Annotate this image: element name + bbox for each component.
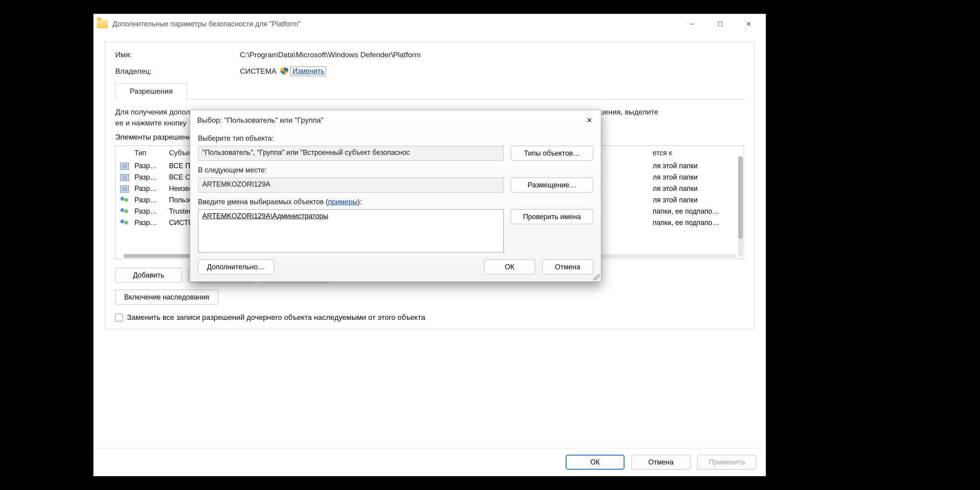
apply-button: Применить bbox=[697, 455, 756, 470]
check-names-button[interactable]: Проверить имена bbox=[511, 209, 593, 224]
dialog-cancel-button[interactable]: Отмена bbox=[542, 260, 593, 274]
ok-button[interactable]: ОК bbox=[566, 455, 624, 470]
vertical-scrollbar[interactable] bbox=[738, 156, 743, 257]
object-names-label: Введите имена выбираемых объектов (приме… bbox=[198, 198, 593, 206]
dialog-close-button[interactable]: ✕ bbox=[584, 115, 595, 126]
titlebar: Дополнительные параметры безопасности дл… bbox=[94, 14, 766, 34]
name-label: Имя: bbox=[115, 51, 240, 59]
window-controls: ─ ☐ ✕ bbox=[678, 15, 762, 33]
object-type-field: "Пользователь", "Группа" или "Встроенный… bbox=[198, 146, 504, 161]
object-types-button[interactable]: Типы объектов… bbox=[511, 146, 593, 161]
col-applies[interactable]: ется к bbox=[653, 149, 739, 157]
user-group-icon bbox=[120, 220, 130, 227]
dialog-title: Выбор: "Пользователь" или "Группа" bbox=[197, 116, 323, 125]
object-type-label: Выберите тип объекта: bbox=[198, 134, 593, 143]
app-package-icon bbox=[120, 174, 129, 181]
advanced-button[interactable]: Дополнительно… bbox=[198, 260, 274, 274]
app-package-icon bbox=[120, 185, 129, 192]
resize-grip-icon[interactable] bbox=[593, 274, 600, 280]
select-user-group-dialog: Выбор: "Пользователь" или "Группа" ✕ Выб… bbox=[190, 110, 601, 282]
name-value: C:\ProgramData\Microsoft\Windows Defende… bbox=[240, 51, 421, 59]
minimize-button[interactable]: ─ bbox=[678, 15, 706, 33]
app-package-icon bbox=[120, 163, 129, 170]
maximize-button[interactable]: ☐ bbox=[706, 15, 734, 33]
examples-link[interactable]: примеры bbox=[328, 198, 358, 206]
owner-value: СИСТЕМА bbox=[240, 67, 276, 76]
user-group-icon bbox=[120, 197, 130, 204]
locations-button[interactable]: Размещение… bbox=[511, 178, 593, 192]
object-names-input[interactable]: ARTEMKOZORI129A\Администраторы bbox=[198, 209, 504, 252]
replace-child-permissions-label: Заменить все записи разрешений дочернего… bbox=[127, 313, 425, 322]
replace-child-permissions-checkbox[interactable] bbox=[115, 314, 123, 321]
enable-inheritance-button[interactable]: Включение наследования bbox=[115, 290, 218, 305]
change-owner-link[interactable]: Изменить bbox=[290, 66, 326, 76]
close-button[interactable]: ✕ bbox=[734, 15, 762, 33]
folder-icon bbox=[97, 20, 108, 28]
dialog-ok-button[interactable]: ОК bbox=[484, 260, 535, 274]
col-type[interactable]: Тип bbox=[134, 149, 169, 157]
owner-label: Владелец: bbox=[115, 67, 240, 76]
user-group-icon bbox=[120, 208, 130, 215]
location-label: В следующем месте: bbox=[198, 166, 593, 174]
cancel-button[interactable]: Отмена bbox=[632, 455, 690, 470]
uac-shield-icon bbox=[280, 67, 288, 75]
tab-permissions[interactable]: Разрешения bbox=[115, 83, 187, 100]
window-footer: ОК Отмена Применить bbox=[94, 448, 766, 476]
add-button[interactable]: Добавить bbox=[115, 268, 182, 283]
tabs: Разрешения bbox=[115, 83, 744, 100]
location-field: ARTEMKOZORI129A bbox=[198, 178, 504, 192]
window-title: Дополнительные параметры безопасности дл… bbox=[113, 20, 678, 28]
